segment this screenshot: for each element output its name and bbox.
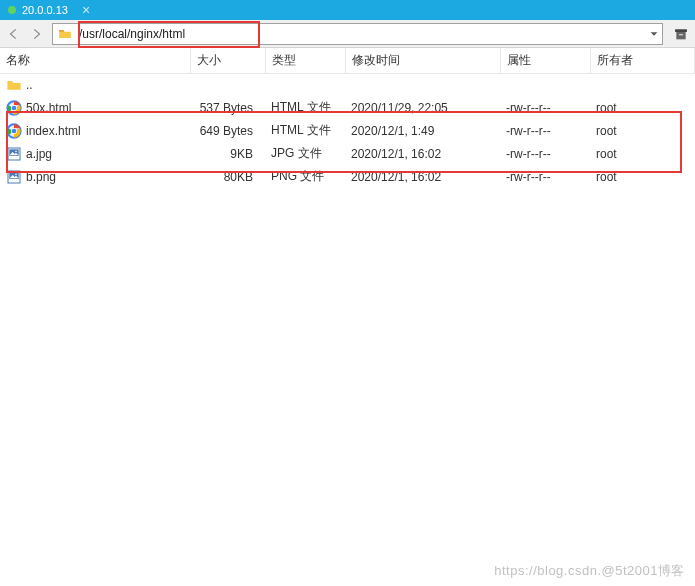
tab-close-icon[interactable]: × [82,2,90,18]
connection-status-dot [8,6,16,14]
file-date: 2020/12/1, 16:02 [345,165,500,188]
file-name: 50x.html [26,101,71,115]
svg-rect-1 [676,32,685,39]
file-attr: -rw-r--r-- [500,96,590,119]
file-type: HTML 文件 [265,96,345,119]
file-size [190,74,265,97]
table-row[interactable]: b.png 80KB PNG 文件 2020/12/1, 16:02 -rw-r… [0,165,695,188]
file-date: 2020/12/1, 1:49 [345,119,500,142]
col-owner-header[interactable]: 所有者 [590,48,695,74]
file-type: JPG 文件 [265,142,345,165]
file-list-table: 名称 大小 类型 修改时间 属性 所有者 .. 50x.html 537 Byt… [0,48,695,188]
file-owner: root [590,142,695,165]
file-name: index.html [26,124,81,138]
svg-point-10 [12,128,17,133]
col-type-header[interactable]: 类型 [265,48,345,74]
forward-button[interactable] [26,24,46,44]
back-button[interactable] [4,24,24,44]
col-name-header[interactable]: 名称 [0,48,190,74]
table-header-row: 名称 大小 类型 修改时间 属性 所有者 [0,48,695,74]
file-owner [590,74,695,97]
svg-rect-2 [679,34,683,35]
file-size: 80KB [190,165,265,188]
file-owner: root [590,119,695,142]
bookmark-button[interactable] [671,24,691,44]
watermark-text: https://blog.csdn.@5t2001博客 [494,562,685,580]
table-row[interactable]: .. [0,74,695,97]
svg-point-6 [12,105,17,110]
path-input[interactable] [77,27,646,41]
file-type: HTML 文件 [265,119,345,142]
svg-point-16 [15,173,17,175]
table-row[interactable]: 50x.html 537 Bytes HTML 文件 2020/11/29, 2… [0,96,695,119]
tab-active[interactable]: 20.0.0.13 × [0,0,98,20]
file-attr: -rw-r--r-- [500,165,590,188]
file-date: 2020/12/1, 16:02 [345,142,500,165]
file-owner: root [590,165,695,188]
file-attr [500,74,590,97]
file-attr: -rw-r--r-- [500,119,590,142]
png-icon [6,169,22,185]
folder-up-icon [6,77,22,93]
table-row[interactable]: a.jpg 9KB JPG 文件 2020/12/1, 16:02 -rw-r-… [0,142,695,165]
file-owner: root [590,96,695,119]
col-attr-header[interactable]: 属性 [500,48,590,74]
tab-bar: 20.0.0.13 × [0,0,695,20]
file-size: 537 Bytes [190,96,265,119]
file-name: a.jpg [26,147,52,161]
svg-rect-0 [675,29,687,32]
jpg-icon [6,146,22,162]
table-row[interactable]: index.html 649 Bytes HTML 文件 2020/12/1, … [0,119,695,142]
col-date-header[interactable]: 修改时间 [345,48,500,74]
file-type [265,74,345,97]
toolbar [0,20,695,48]
tab-title: 20.0.0.13 [22,4,68,16]
file-type: PNG 文件 [265,165,345,188]
folder-icon [57,26,73,42]
chrome-icon [6,100,22,116]
file-size: 9KB [190,142,265,165]
file-attr: -rw-r--r-- [500,142,590,165]
path-input-container [52,23,663,45]
file-date: 2020/11/29, 22:05 [345,96,500,119]
file-name: b.png [26,170,56,184]
svg-point-13 [15,150,17,152]
col-size-header[interactable]: 大小 [190,48,265,74]
file-name: .. [26,78,33,92]
chrome-icon [6,123,22,139]
file-date [345,74,500,97]
path-dropdown-icon[interactable] [646,24,662,44]
file-size: 649 Bytes [190,119,265,142]
